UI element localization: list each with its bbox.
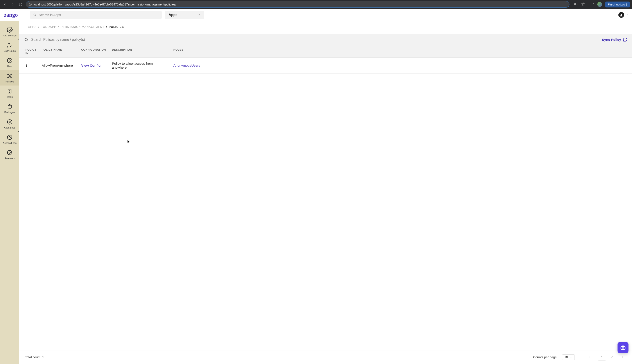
svg-marker-4 — [581, 2, 585, 5]
sidebar-item-tasks[interactable]: Tasks — [0, 86, 19, 101]
policy-search-input[interactable] — [31, 36, 599, 44]
role-link[interactable]: AnonymousUsers — [173, 64, 200, 67]
svg-point-12 — [8, 43, 10, 45]
breadcrumb-todoapp[interactable]: TODOAPP — [41, 26, 56, 28]
sidebar-item-packages[interactable]: Packages — [0, 101, 19, 116]
access-gear-icon — [7, 134, 13, 140]
sidebar-item-label: Releases — [5, 157, 15, 160]
svg-point-5 — [626, 3, 627, 4]
policies-table: POLICY ID POLICY NAME CONFIGURATION DESC… — [19, 45, 632, 74]
svg-point-6 — [626, 4, 627, 5]
address-bar[interactable]: localhost:8000/platform/apps/e23c8a42-f7… — [26, 1, 569, 8]
sidebar-item-user[interactable]: User — [0, 55, 19, 70]
page-input[interactable] — [598, 354, 606, 360]
user-role-icon — [7, 42, 13, 48]
user-gear-icon — [7, 58, 13, 64]
table-row[interactable]: 1 AllowFromAnywhere View Config Policy t… — [19, 58, 632, 74]
breadcrumb-permission-management[interactable]: PERMISSION MANAGEMENT — [61, 26, 104, 28]
table-footer: Total count: 1 Counts per page 10 /1 — [19, 350, 632, 364]
view-config-link[interactable]: View Config — [81, 64, 101, 67]
cell-policy-name: AllowFromAnywhere — [39, 58, 79, 74]
sidebar-item-user-roles[interactable]: User Roles — [0, 40, 19, 55]
releases-gear-icon — [7, 150, 13, 156]
sidebar-item-access-logs[interactable]: Access Logs — [0, 132, 19, 147]
page-total: /1 — [611, 356, 614, 359]
policies-icon — [7, 73, 13, 79]
search-icon — [24, 38, 29, 42]
svg-point-14 — [8, 58, 12, 63]
reload-button[interactable] — [18, 2, 23, 7]
breadcrumb: APPS / TODOAPP / PERMISSION MANAGEMENT /… — [19, 21, 632, 34]
global-search[interactable] — [30, 11, 162, 19]
breadcrumb-current: POLICIES — [109, 26, 124, 28]
sidebar-item-label: User — [7, 65, 12, 68]
chevron-down-icon — [197, 14, 200, 16]
prev-page-button[interactable] — [585, 356, 592, 359]
svg-point-18 — [11, 77, 12, 78]
toolbar-icons: Finish update — [574, 2, 630, 8]
user-menu[interactable] — [618, 12, 628, 18]
sidebar-item-label: Packages — [5, 111, 15, 114]
bookmark-icon[interactable] — [581, 2, 585, 7]
sidebar-item-label: App Settings — [3, 34, 17, 37]
svg-point-27 — [25, 38, 28, 41]
back-button[interactable] — [2, 2, 8, 7]
breadcrumb-apps[interactable]: APPS — [28, 26, 37, 28]
profile-avatar[interactable] — [597, 2, 602, 7]
package-icon — [7, 104, 13, 110]
context-selector[interactable]: Apps — [165, 11, 204, 19]
key-icon[interactable] — [574, 2, 578, 6]
svg-point-8 — [34, 14, 36, 16]
finish-update-button[interactable]: Finish update — [605, 2, 630, 8]
tabs-icon[interactable] — [590, 2, 594, 7]
expand-indicator-icon — [18, 38, 19, 40]
logo[interactable]: zango — [4, 12, 18, 18]
sync-policy-button[interactable]: Sync Policy — [601, 36, 627, 43]
app-header: zango Apps — [0, 9, 632, 21]
sidebar-item-label: Audit Logs — [4, 126, 15, 129]
sidebar-item-label: Policies — [6, 80, 14, 83]
svg-line-9 — [36, 16, 36, 16]
sidebar-item-releases[interactable]: Releases — [0, 147, 19, 162]
svg-point-30 — [622, 348, 622, 348]
svg-point-23 — [9, 136, 11, 138]
url-text: localhost:8000/platform/apps/e23c8a42-f7… — [34, 3, 176, 6]
next-page-button[interactable] — [619, 356, 626, 359]
svg-point-25 — [9, 152, 11, 154]
sidebar: App Settings User Roles User Policies Ta… — [0, 21, 19, 364]
col-policy-id: POLICY ID — [19, 45, 39, 58]
sidebar-item-policies[interactable]: Policies — [0, 70, 19, 86]
svg-point-17 — [8, 77, 9, 78]
svg-point-26 — [8, 150, 12, 155]
sidebar-item-app-settings[interactable]: App Settings — [0, 24, 19, 40]
user-avatar-icon — [618, 12, 624, 18]
chevron-down-icon — [570, 356, 572, 358]
page-size-select[interactable]: 10 — [562, 354, 575, 360]
policy-search — [24, 36, 599, 44]
chat-fab[interactable] — [617, 342, 628, 353]
site-info-icon — [29, 3, 32, 6]
refresh-icon — [623, 38, 627, 42]
forward-button[interactable] — [10, 2, 15, 7]
total-count: Total count: 1 — [25, 356, 44, 359]
svg-point-32 — [623, 345, 623, 346]
col-description: DESCRIPTION — [109, 45, 171, 58]
svg-point-24 — [8, 135, 12, 140]
toolbar: Sync Policy — [19, 34, 632, 45]
browser-bar: localhost:8000/platform/apps/e23c8a42-f7… — [0, 0, 632, 9]
sidebar-item-audit-logs[interactable]: Audit Logs — [0, 116, 19, 132]
svg-point-22 — [8, 120, 12, 124]
svg-point-11 — [9, 29, 11, 31]
col-policy-name: POLICY NAME — [39, 45, 79, 58]
svg-point-7 — [626, 5, 627, 6]
svg-point-10 — [620, 14, 622, 15]
cell-policy-id: 1 — [19, 58, 39, 74]
audit-gear-icon — [7, 119, 13, 125]
sidebar-item-label: Access Logs — [3, 142, 17, 144]
global-search-input[interactable] — [39, 13, 159, 17]
chevron-down-icon — [625, 14, 628, 16]
svg-line-28 — [27, 40, 28, 42]
svg-point-13 — [9, 60, 11, 62]
sidebar-item-label: User Roles — [4, 50, 16, 52]
svg-point-16 — [11, 74, 12, 75]
